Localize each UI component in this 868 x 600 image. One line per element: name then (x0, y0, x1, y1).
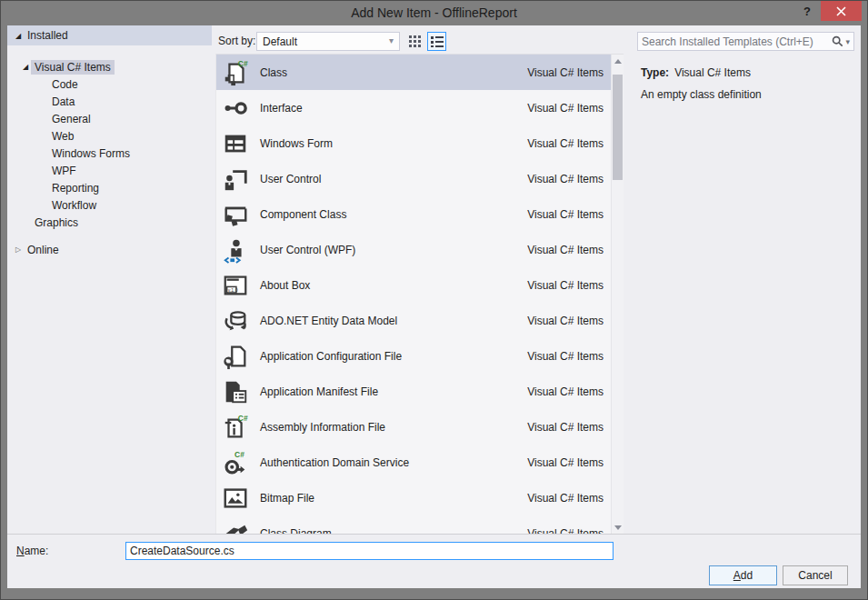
expander-icon: ◢ (20, 63, 31, 71)
item-category: Visual C# Items (527, 208, 604, 221)
app-manifest-icon (222, 378, 251, 405)
item-category: Visual C# Items (527, 350, 604, 363)
sidebar-item-web[interactable]: Web (7, 127, 212, 145)
assembly-info-icon: C# (222, 414, 251, 441)
close-icon (836, 6, 846, 16)
category-tree: ◢ Installed ◢ Visual C# Items Code Data … (7, 25, 212, 535)
help-button[interactable]: ? (803, 5, 811, 18)
item-category: Visual C# Items (527, 173, 604, 185)
sidebar-item-data[interactable]: Data (7, 93, 212, 110)
template-item-user-control[interactable]: User Control Visual C# Items (216, 161, 611, 196)
type-value: Visual C# Items (674, 66, 751, 79)
sidebar-item-reporting[interactable]: Reporting (7, 179, 212, 196)
svg-text:v.1.0: v.1.0 (228, 286, 238, 292)
search-icon (832, 35, 843, 47)
template-item-assembly-information-file[interactable]: C# Assembly Information File Visual C# I… (216, 409, 611, 445)
ado-net-entity-icon (222, 307, 251, 335)
template-item-class-diagram[interactable]: Class Diagram Visual C# Items (216, 515, 611, 535)
item-category: Visual C# Items (527, 244, 604, 256)
sidebar-item-online[interactable]: ▷ Online (7, 241, 212, 258)
footer-bar: Name: Add Cancel (7, 534, 861, 588)
item-category: Visual C# Items (527, 492, 604, 505)
item-category: Visual C# Items (527, 385, 604, 398)
sidebar-item-installed[interactable]: ◢ Installed (7, 25, 212, 45)
windows-form-icon (222, 130, 251, 157)
sidebar-item-wpf[interactable]: WPF (7, 162, 212, 179)
dialog-title: Add New Item - OfflineReport (1, 5, 867, 20)
template-item-application-configuration-file[interactable]: Application Configuration File Visual C#… (216, 338, 611, 374)
medium-icons-view-button[interactable] (405, 32, 424, 51)
dialog-body: ◢ Installed ◢ Visual C# Items Code Data … (7, 25, 861, 588)
item-category: Visual C# Items (527, 66, 604, 79)
svg-text:C#: C# (238, 59, 248, 68)
bitmap-file-icon (222, 485, 251, 512)
scroll-down-icon[interactable] (614, 525, 622, 530)
sidebar-item-graphics[interactable]: Graphics (7, 214, 212, 231)
type-label: Type: (641, 66, 669, 79)
list-view-button[interactable] (427, 32, 446, 51)
template-list-panel: C# Class Visual C# Items Interface Visua… (215, 54, 624, 535)
search-box[interactable]: ▾ (637, 32, 854, 51)
list-scrollbar[interactable] (611, 55, 624, 535)
user-control-icon (222, 165, 251, 193)
interface-icon (222, 95, 251, 122)
svg-text:C#: C# (238, 414, 248, 423)
item-category: Visual C# Items (527, 279, 604, 292)
scroll-up-icon[interactable] (614, 59, 622, 64)
svg-text:C#: C# (234, 450, 244, 459)
template-item-interface[interactable]: Interface Visual C# Items (216, 90, 611, 125)
item-category: Visual C# Items (527, 137, 604, 150)
component-class-icon (222, 201, 251, 228)
template-type-line: Type:Visual C# Items (641, 66, 751, 79)
about-box-icon: v.1.0 (222, 272, 251, 299)
expander-icon: ◢ (13, 32, 24, 40)
template-item-about-box[interactable]: v.1.0 About Box Visual C# Items (216, 267, 611, 303)
class-diagram-icon (222, 520, 251, 535)
chevron-down-icon: ▾ (389, 35, 394, 45)
template-item-application-manifest-file[interactable]: Application Manifest File Visual C# Item… (216, 374, 611, 409)
details-panel: ▾ Type:Visual C# Items An empty class de… (631, 54, 861, 535)
sidebar-item-visual-c-items[interactable]: ◢ Visual C# Items (7, 58, 212, 75)
name-label: Name: (16, 545, 48, 557)
item-category: Visual C# Items (527, 421, 604, 434)
template-item-class[interactable]: C# Class Visual C# Items (216, 55, 611, 90)
template-item-component-class[interactable]: Component Class Visual C# Items (216, 196, 611, 232)
expander-icon: ▷ (13, 245, 24, 254)
app-config-icon (222, 343, 251, 370)
item-category: Visual C# Items (527, 315, 604, 327)
sort-by-value: Default (263, 35, 297, 48)
name-input[interactable] (125, 542, 614, 560)
template-list: C# Class Visual C# Items Interface Visua… (216, 55, 611, 535)
template-item-windows-form[interactable]: Windows Form Visual C# Items (216, 125, 611, 161)
add-new-item-dialog: Add New Item - OfflineReport ? ◢ Install… (0, 0, 868, 600)
sidebar-item-code[interactable]: Code (7, 75, 212, 93)
user-control-wpf-icon (222, 236, 251, 264)
close-button[interactable] (821, 1, 862, 21)
search-options-icon[interactable]: ▾ (845, 37, 850, 46)
auth-domain-service-icon: C# (222, 449, 251, 476)
template-item-authentication-domain-service[interactable]: C# Authentication Domain Service Visual … (216, 445, 611, 480)
sidebar-item-windows-forms[interactable]: Windows Forms (7, 145, 212, 162)
search-input[interactable] (638, 35, 832, 48)
title-bar[interactable]: Add New Item - OfflineReport ? (1, 1, 867, 25)
template-item-user-control-wpf[interactable]: User Control (WPF) Visual C# Items (216, 232, 611, 267)
scrollbar-thumb[interactable] (613, 75, 623, 180)
template-item-bitmap-file[interactable]: Bitmap File Visual C# Items (216, 480, 611, 515)
template-item-ado-net-entity-data-model[interactable]: ADO.NET Entity Data Model Visual C# Item… (216, 303, 611, 338)
list-view-icon (431, 36, 444, 47)
cancel-button[interactable]: Cancel (783, 565, 848, 585)
sidebar-item-general[interactable]: General (7, 110, 212, 127)
item-category: Visual C# Items (527, 456, 604, 469)
medium-icons-icon (409, 35, 421, 47)
class-icon: C# (222, 59, 251, 86)
sort-by-dropdown[interactable]: Default ▾ (256, 32, 400, 51)
add-button[interactable]: Add (709, 565, 777, 585)
sidebar-item-workflow[interactable]: Workflow (7, 196, 212, 214)
sort-by-label: Sort by: (218, 35, 255, 47)
item-category: Visual C# Items (527, 102, 604, 115)
template-description: An empty class definition (641, 88, 762, 101)
